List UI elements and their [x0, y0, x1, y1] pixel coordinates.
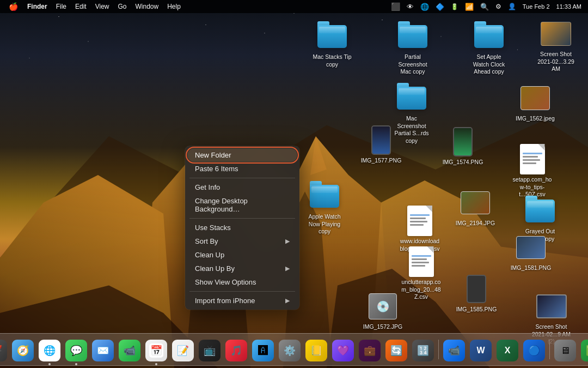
dock-extra-1[interactable]: 🖥 — [553, 338, 578, 363]
context-menu-import-from-iphone[interactable]: Import from iPhone ▶ — [187, 294, 297, 307]
menubar-edit[interactable]: Edit — [71, 0, 90, 13]
running-indicator — [75, 363, 77, 365]
context-menu-show-view-options[interactable]: Show View Options — [187, 275, 297, 289]
dock-browser[interactable]: 🔵 — [522, 338, 547, 363]
menubar-window[interactable]: Window — [132, 0, 163, 13]
desktop-icon-img-1562[interactable]: IMG_1562.jpeg — [511, 81, 560, 125]
messenger-icon: 💜 — [332, 340, 354, 361]
dock-messenger[interactable]: 💜 — [330, 338, 356, 363]
calculator-icon: 🔢 — [412, 340, 434, 361]
icon-label: Partial Screenshot Mac copy — [393, 53, 432, 76]
context-menu-clean-up[interactable]: Clean Up — [187, 248, 297, 262]
desktop-icon-img-1577[interactable]: IMG_1577.PNG — [359, 123, 403, 167]
menubar-user[interactable]: 👤 — [506, 0, 518, 13]
dock-reminders[interactable]: 📝 — [170, 338, 195, 363]
desktop-icon-partial-screenshot[interactable]: Partial Screenshot Mac copy — [391, 19, 434, 78]
context-menu-use-stacks[interactable]: Use Stacks — [187, 221, 297, 234]
dock-music[interactable]: 🎵 — [224, 338, 249, 363]
sort-by-arrow: ▶ — [285, 238, 290, 245]
menubar-left: 🍎 Finder File Edit View Go Window Help — [4, 0, 185, 13]
phone-icon — [461, 274, 492, 304]
folder-icon — [317, 21, 347, 52]
menubar-file[interactable]: File — [52, 0, 70, 13]
folder-icon — [397, 21, 428, 52]
zoom-icon: 📹 — [443, 340, 465, 361]
icon-label: Set Apple Watch Clock Ahead copy — [469, 53, 509, 76]
desktop-icon-set-apple-watch[interactable]: Set Apple Watch Clock Ahead copy — [467, 19, 511, 78]
dock-launchpad[interactable]: 🚀 — [0, 338, 9, 363]
icon-label: IMG_1562.jpeg — [516, 115, 555, 123]
dock-mail[interactable]: ✉️ — [90, 338, 115, 363]
context-menu-sort-by[interactable]: Sort By ▶ — [187, 234, 297, 248]
dock-extra-2[interactable]: 🟩 — [579, 338, 588, 363]
context-menu: New Folder Paste 6 Items Get Info Change… — [185, 146, 299, 310]
transloader-icon: 🔄 — [385, 340, 407, 361]
dock-transloader[interactable]: 🔄 — [384, 338, 409, 363]
menubar-help[interactable]: Help — [163, 0, 185, 13]
desktop-icon-setapp-csv[interactable]: setapp.com_how-to_tips-t...50Z.csv — [506, 142, 558, 201]
context-menu-change-desktop-bg[interactable]: Change Desktop Background… — [187, 194, 297, 216]
dock-chrome[interactable]: 🌐 — [37, 338, 62, 363]
running-indicator — [48, 363, 51, 365]
dock-zoom[interactable]: 📹 — [442, 338, 467, 363]
context-menu-paste-items[interactable]: Paste 6 Items — [187, 162, 297, 176]
desktop-icon-screenshot-1[interactable]: Screen Shot 2021-02...3.29 AM — [531, 16, 580, 75]
menubar-screen-record[interactable]: 👁 — [405, 0, 416, 13]
dock-appstore[interactable]: 🅰 — [250, 338, 275, 363]
dock-messages[interactable]: 💬 — [64, 338, 89, 363]
apple-menu[interactable]: 🍎 — [4, 0, 22, 13]
menubar-bluetooth[interactable]: 🔷 — [433, 0, 446, 13]
desktop-icon-mac-stacks-tip[interactable]: Mac Stacks Tip copy — [310, 19, 354, 70]
menubar-screen-mirror[interactable]: ⬛ — [389, 0, 402, 13]
dock-calendar[interactable]: 📅 — [144, 338, 169, 363]
icon-label: IMG_1574.PNG — [443, 159, 483, 166]
menubar-time[interactable]: 11:33 AM — [554, 0, 584, 13]
mail-icon: ✉️ — [92, 340, 114, 361]
phone-icon — [448, 126, 478, 157]
folder-icon — [525, 196, 555, 226]
context-menu-get-info[interactable]: Get Info — [187, 180, 297, 194]
dock-separator-2 — [549, 340, 550, 359]
screenshot-icon — [536, 291, 567, 322]
menubar-datetime[interactable]: Tue Feb 2 — [520, 0, 552, 13]
menubar-wifi[interactable]: 📶 — [463, 0, 476, 13]
icon-label: IMG_2194.JPG — [456, 220, 495, 227]
desktop-icon-apple-watch-now[interactable]: Apple Watch Now Playing copy — [303, 179, 346, 238]
calendar-icon: 📅 — [145, 340, 167, 361]
dock-calculator[interactable]: 🔢 — [411, 338, 436, 363]
dock-facetime[interactable]: 📹 — [117, 338, 142, 363]
desktop-icon-img-1574[interactable]: IMG_1574.PNG — [441, 124, 485, 168]
image-icon — [460, 188, 491, 218]
dock-systemprefs[interactable]: ⚙️ — [277, 338, 302, 363]
menubar-finder[interactable]: Finder — [23, 0, 51, 13]
context-menu-separator-1 — [189, 178, 295, 178]
running-indicator — [155, 363, 157, 365]
menubar-battery[interactable]: 🔋 — [449, 0, 461, 13]
menubar-view[interactable]: View — [91, 0, 113, 13]
dock-appletv[interactable]: 📺 — [197, 338, 222, 363]
menubar-search[interactable]: 🔍 — [478, 0, 491, 13]
dock-notes[interactable]: 📒 — [304, 338, 329, 363]
menubar-control-center[interactable]: ⚙ — [493, 0, 504, 13]
dock-safari[interactable]: 🧭 — [10, 338, 35, 363]
extra-1-icon: 🖥 — [554, 340, 576, 361]
icon-label: Mac Stacks Tip copy — [313, 53, 352, 68]
context-menu-new-folder[interactable]: New Folder — [187, 148, 297, 162]
csv-icon — [405, 206, 435, 236]
context-menu-clean-up-by[interactable]: Clean Up By ▶ — [187, 262, 297, 275]
menubar-network[interactable]: 🌐 — [418, 0, 431, 13]
dock-word[interactable]: W — [468, 338, 493, 363]
desktop-icon-img-1572[interactable]: 💿 IMG_1572.JPG — [358, 289, 407, 333]
extra-2-icon: 🟩 — [581, 340, 588, 361]
word-icon: W — [470, 340, 492, 361]
dock-excel[interactable]: X — [495, 338, 520, 363]
phone-icon — [366, 125, 396, 155]
menubar-go[interactable]: Go — [114, 0, 131, 13]
csv-icon — [517, 144, 548, 174]
facetime-icon: 📹 — [119, 340, 140, 361]
desktop-icon-img-1585[interactable]: IMG_1585.PNG — [452, 272, 501, 316]
desktop-icon-img-1581[interactable]: IMG_1581.PNG — [506, 230, 555, 274]
desktop[interactable]: 🍎 Finder File Edit View Go Window Help ⬛… — [0, 0, 588, 368]
dock-slack[interactable]: 💼 — [357, 338, 382, 363]
desktop-icon-img-2194[interactable]: IMG_2194.JPG — [451, 185, 500, 230]
